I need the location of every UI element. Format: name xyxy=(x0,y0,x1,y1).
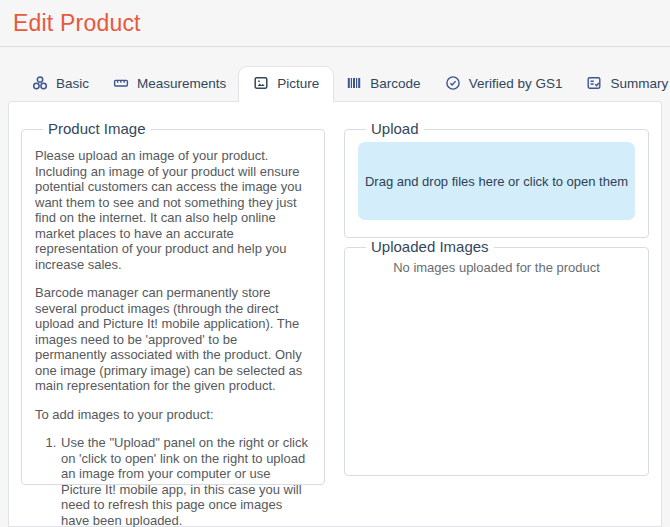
steps-intro: To add images to your product: xyxy=(35,407,311,423)
picture-tab-panel: Product Image Please upload an image of … xyxy=(8,101,662,527)
tab-measurements[interactable]: Measurements xyxy=(101,67,238,101)
tab-label: Summary xyxy=(610,76,668,91)
tab-label: Picture xyxy=(277,76,319,91)
tab-picture[interactable]: Picture xyxy=(238,66,334,102)
step-item-1: Use the "Upload" panel on the right or c… xyxy=(60,435,311,527)
check-circle-icon xyxy=(445,75,461,91)
product-image-paragraph-2: Barcode manager can permanently store se… xyxy=(35,285,311,394)
page-title: Edit Product xyxy=(0,0,670,37)
ruler-icon xyxy=(113,75,129,91)
tab-summary[interactable]: Summary xyxy=(574,67,670,101)
uploaded-images-empty-state: No images uploaded for the product xyxy=(358,260,635,275)
right-column: Upload Drag and drop files here or click… xyxy=(344,120,649,526)
tab-barcode[interactable]: Barcode xyxy=(334,67,432,101)
uploaded-images-legend: Uploaded Images xyxy=(366,238,494,256)
product-image-panel: Product Image Please upload an image of … xyxy=(21,120,325,485)
upload-panel: Upload Drag and drop files here or click… xyxy=(344,120,649,238)
page-header: Edit Product xyxy=(0,0,670,47)
picture-icon xyxy=(253,75,269,91)
steps-list: Use the "Upload" panel on the right or c… xyxy=(35,435,311,527)
barcode-icon xyxy=(346,75,362,91)
upload-dropzone[interactable]: Drag and drop files here or click to ope… xyxy=(358,142,635,220)
molecule-icon xyxy=(32,75,48,91)
upload-legend: Upload xyxy=(366,120,424,138)
empty-state-text: No images uploaded for the product xyxy=(393,260,600,275)
tab-label: Measurements xyxy=(137,76,226,91)
tab-label: Verified by GS1 xyxy=(469,76,563,91)
task-check-icon xyxy=(586,75,602,91)
product-image-legend: Product Image xyxy=(43,120,151,138)
product-image-paragraph-1: Please upload an image of your product. … xyxy=(35,148,311,272)
uploaded-images-panel: Uploaded Images No images uploaded for t… xyxy=(344,238,649,476)
tab-verified-by-gs1[interactable]: Verified by GS1 xyxy=(433,67,575,101)
tab-basic[interactable]: Basic xyxy=(20,67,101,101)
tab-label: Barcode xyxy=(370,76,420,91)
tab-bar: Basic Measurements Picture xyxy=(0,47,670,101)
tab-label: Basic xyxy=(56,76,89,91)
dropzone-text: Drag and drop files here or click to ope… xyxy=(365,174,628,189)
